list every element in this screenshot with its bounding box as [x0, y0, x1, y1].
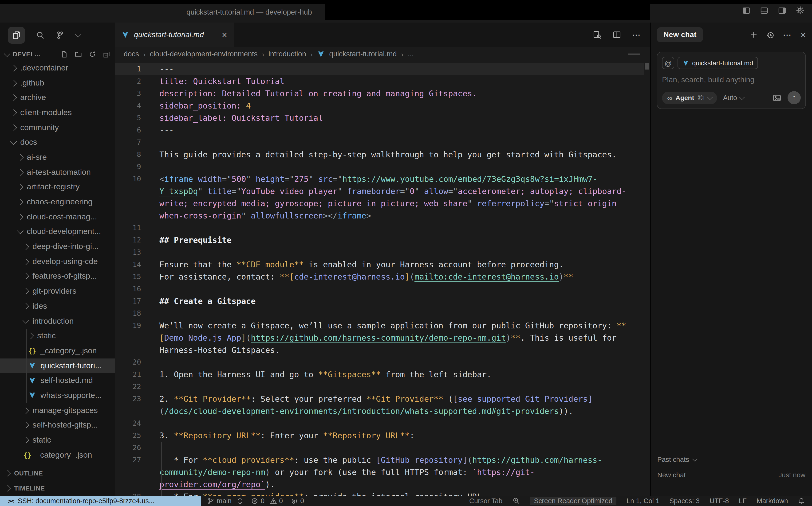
code-line-12[interactable]: 12## Prerequisite [115, 234, 644, 246]
sync-icon[interactable] [237, 497, 244, 504]
send-button[interactable]: ↑ [788, 91, 801, 104]
tree-item-introduction[interactable]: introduction [0, 314, 115, 328]
tree-item-ai-sre[interactable]: ai-sre [0, 150, 115, 165]
collapse-all-icon[interactable] [103, 51, 110, 58]
code-line-24[interactable]: 24 [115, 417, 644, 429]
code-line-27[interactable]: 27 * For **cloud providers**: use the pu… [115, 454, 644, 466]
tree-item-chaos-engineering[interactable]: chaos-engineering [0, 194, 115, 209]
code-line-26[interactable]: 26 [115, 442, 644, 454]
code-line-25[interactable]: 253. **Repository URL**: Enter your **Re… [115, 429, 644, 442]
search-icon[interactable] [36, 31, 45, 39]
breadcrumb-item[interactable]: quickstart-tutorial.md [329, 50, 397, 58]
open-preview-icon[interactable] [593, 30, 601, 39]
code-line-2[interactable]: 2title: Quickstart Tutorial [115, 75, 644, 87]
screen-reader-mode[interactable]: Screen Reader Optimized [530, 497, 617, 505]
code-line-4[interactable]: 4sidebar_position: 4 [115, 100, 644, 112]
code-line-10[interactable]: 10<iframe width="500" height="275" src="… [115, 173, 644, 185]
code-line-18[interactable]: 18 [115, 307, 644, 320]
problems-indicator[interactable]: 0 0 [251, 497, 283, 505]
toggle-right-panel-icon[interactable] [778, 6, 786, 14]
tree-item-static[interactable]: static [0, 433, 115, 447]
code-line-13[interactable]: 13 [115, 246, 644, 258]
new-file-icon[interactable] [61, 51, 68, 58]
tree-item-docs[interactable]: docs [0, 135, 115, 150]
context-file-chip[interactable]: quickstart-tutorial.md [677, 57, 758, 69]
code-line-19-wrap-1[interactable]: [Demo Node.js App](https://github.com/ha… [115, 332, 644, 344]
source-control-icon[interactable] [56, 31, 64, 39]
add-context-button[interactable]: @ [662, 57, 674, 69]
code-line-1[interactable]: 1--- [115, 63, 644, 75]
code-line-28[interactable]: 28 * For **on-prem providers**: provide … [115, 491, 644, 496]
new-chat-plus-icon[interactable] [750, 31, 757, 38]
language-mode[interactable]: Markdown [756, 497, 788, 505]
cursor-position[interactable]: Ln 1, Col 1 [626, 497, 659, 505]
tree-item-archive[interactable]: archive [0, 90, 115, 105]
tree-item-features-of-gitsp[interactable]: features-of-gitsp... [0, 269, 115, 284]
code-line-6[interactable]: 6--- [115, 124, 644, 136]
indentation[interactable]: Spaces: 3 [669, 497, 699, 505]
git-branch-indicator[interactable]: main [207, 497, 244, 505]
code-line-27-wrap-1[interactable]: community/demo-repo-nm) or your fork (us… [115, 466, 644, 478]
tree-item-self-hosted-md[interactable]: self-hosted.md [0, 373, 115, 388]
code-line-27-wrap-2[interactable]: provider.com/org/repo`). [115, 478, 644, 491]
cursor-tab-indicator[interactable]: Cursor Tab [469, 497, 502, 505]
code-line-10-wrap-2[interactable]: write; encrypted-media; gyroscope; pictu… [115, 197, 644, 209]
outline-section[interactable]: OUTLINE [0, 466, 115, 481]
code-line-14[interactable]: 14Ensure that the **CDE module** is enab… [115, 258, 644, 271]
explorer-section-header[interactable]: DEVEL... [0, 48, 115, 61]
tree-item-category-json[interactable]: {}_category_.json [0, 343, 115, 358]
explorer-icon[interactable] [8, 27, 25, 44]
close-panel-icon[interactable]: × [801, 30, 806, 39]
code-line-23[interactable]: 232. **Git Provider**: Select your prefe… [115, 393, 644, 405]
tree-item-develop-using-cde[interactable]: develop-using-cde [0, 254, 115, 269]
chat-tab-new-chat[interactable]: New chat [657, 27, 703, 42]
breadcrumb-item[interactable]: cloud-development-environments [150, 50, 257, 58]
chat-more-icon[interactable]: ··· [783, 31, 792, 39]
tree-item-git-providers[interactable]: git-providers [0, 284, 115, 299]
code-line-22[interactable]: 22 [115, 381, 644, 393]
tree-item-whats-supporte[interactable]: whats-supporte... [0, 388, 115, 403]
new-folder-icon[interactable] [75, 51, 82, 58]
code-line-23-wrap-1[interactable]: (/docs/cloud-development-environments/in… [115, 405, 644, 417]
chat-input-placeholder[interactable]: Plan, search, build anything [662, 76, 801, 84]
more-actions-icon[interactable]: ··· [633, 31, 641, 39]
toggle-left-panel-icon[interactable] [742, 6, 750, 14]
code-line-15[interactable]: 15For assistance, contact: **[cde-intere… [115, 271, 644, 283]
code-line-3[interactable]: 3description: Detailed Tutorial on creat… [115, 87, 644, 100]
zoom-indicator-icon[interactable] [512, 497, 520, 505]
tab-quickstart-tutorial[interactable]: quickstart-tutorial.md × [115, 22, 234, 47]
code-line-10-wrap-1[interactable]: Y_txspDq" title="YouTube video player" f… [115, 185, 644, 197]
tree-item-cloud-cost-manag[interactable]: cloud-cost-manag... [0, 209, 115, 224]
tree-item-category-json[interactable]: {}_category_.json [0, 448, 115, 462]
code-line-19[interactable]: 19We’ll now create a Gitspace, we’ll use… [115, 320, 644, 332]
split-editor-icon[interactable] [613, 30, 621, 39]
code-line-10-wrap-3[interactable]: when-cross-origin" allowfullscreen></ifr… [115, 209, 644, 222]
tree-item-quickstart-tutori[interactable]: quickstart-tutori... [0, 358, 115, 373]
code-line-21[interactable]: 211. Open the Harness UI and go to **Git… [115, 368, 644, 381]
code-line-7[interactable]: 7 [115, 136, 644, 149]
tree-item-github[interactable]: .github [0, 75, 115, 90]
tree-item-manage-gitspaces[interactable]: manage-gitspaces [0, 403, 115, 418]
refresh-icon[interactable] [89, 51, 96, 58]
close-tab-icon[interactable]: × [222, 30, 227, 39]
tree-item-community[interactable]: community [0, 120, 115, 135]
tree-item-devcontainer[interactable]: .devcontainer [0, 61, 115, 75]
code-line-19-wrap-2[interactable]: Harness-Hosted Gitspaces. [115, 344, 644, 356]
code-line-9[interactable]: 9 [115, 161, 644, 173]
code-line-16[interactable]: 16 [115, 283, 644, 295]
chat-history-item[interactable]: New chat Just now [657, 471, 805, 479]
chat-history-icon[interactable] [766, 31, 774, 39]
tree-item-static[interactable]: static [0, 329, 115, 343]
timeline-section[interactable]: TIMELINE [0, 481, 115, 496]
breadcrumb-item[interactable]: introduction [269, 50, 306, 58]
editor[interactable]: 1---2title: Quickstart Tutorial3descript… [115, 61, 650, 496]
settings-gear-icon[interactable] [796, 6, 805, 15]
encoding[interactable]: UTF-8 [710, 497, 729, 505]
remote-indicator[interactable]: >< SSH: documentation-repo-e5ifp9-8rzze4… [0, 496, 201, 506]
code-line-17[interactable]: 17## Create a Gitspace [115, 295, 644, 307]
agent-mode-selector[interactable]: ∞ Agent ⌘I [662, 91, 717, 104]
tree-item-deep-dive-into-gi[interactable]: deep-dive-into-gi... [0, 239, 115, 254]
tree-item-client-modules[interactable]: client-modules [0, 105, 115, 120]
past-chats-toggle[interactable]: Past chats [657, 456, 805, 463]
code-line-5[interactable]: 5sidebar_label: Quickstart Tutorial [115, 112, 644, 124]
